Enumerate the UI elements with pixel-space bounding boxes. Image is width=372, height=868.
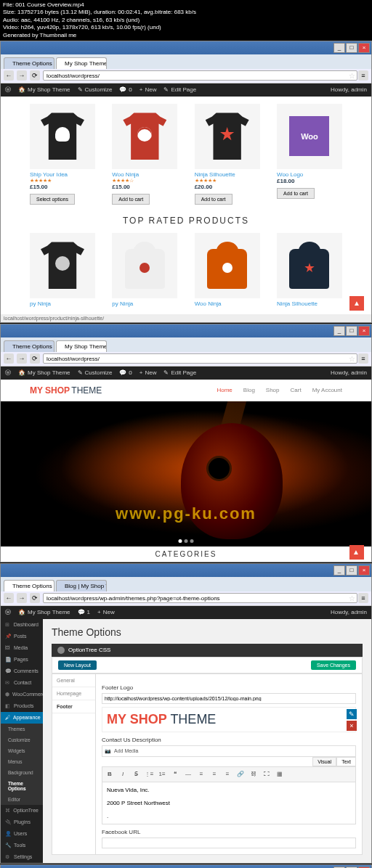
align-center-button[interactable]: ≡ — [209, 769, 219, 779]
wp-logo-icon[interactable]: ⓦ — [5, 369, 11, 377]
edit-page-link[interactable]: ✎ Edit Page — [163, 86, 196, 93]
product-image[interactable] — [195, 233, 260, 298]
product-name[interactable]: Ninja Silhouette — [277, 300, 342, 307]
new-layout-button[interactable]: New Layout — [58, 660, 97, 670]
align-right-button[interactable]: ≡ — [222, 769, 232, 779]
number-list-button[interactable]: 1≡ — [157, 769, 167, 779]
comments-link[interactable]: 💬 1 — [78, 609, 90, 615]
edit-page-link[interactable]: ✎ Edit Page — [163, 369, 196, 376]
facebook-url-input[interactable] — [102, 838, 356, 848]
menu-settings[interactable]: ⚙Settings — [1, 851, 43, 863]
url-input[interactable] — [43, 593, 357, 603]
comments-link[interactable]: 💬 0 — [119, 369, 132, 376]
product-name[interactable]: Woo Logo — [277, 171, 342, 178]
product-image[interactable] — [30, 233, 95, 298]
tab-footer[interactable]: Footer — [52, 700, 95, 713]
close-button[interactable]: × — [358, 565, 370, 576]
menu-widgets[interactable]: Widgets — [1, 745, 43, 756]
product-name[interactable]: Woo Ninja — [112, 171, 177, 178]
customize-link[interactable]: ✎ Customize — [78, 86, 113, 93]
kitchen-sink-button[interactable]: ▦ — [275, 769, 285, 779]
edit-logo-button[interactable]: ✎ — [347, 709, 357, 719]
close-button[interactable]: × — [358, 326, 370, 336]
user-greeting[interactable]: Howdy, admin — [331, 609, 367, 615]
link-button[interactable]: 🔗 — [235, 769, 246, 779]
wp-logo-icon[interactable]: ⓦ — [5, 608, 11, 616]
site-link[interactable]: 🏠 My Shop Theme — [18, 86, 70, 93]
menu-appearance[interactable]: 🖌Appearance — [1, 712, 43, 724]
menu-woocommerce[interactable]: ⬢WooCommerce — [1, 689, 43, 700]
product-name[interactable]: py Ninja — [112, 300, 177, 307]
tab-visual[interactable]: Visual — [312, 757, 336, 766]
delete-logo-button[interactable]: × — [347, 721, 357, 731]
menu-products[interactable]: ◧Products — [1, 700, 43, 712]
tab-theme-options[interactable]: Theme Options ‹ M... — [4, 57, 54, 69]
back-button[interactable]: ← — [4, 70, 14, 81]
logo-url-input[interactable] — [102, 693, 356, 704]
slider-dot[interactable] — [190, 539, 194, 543]
save-changes-button[interactable]: Save Changes — [311, 660, 356, 670]
product-name[interactable]: Woo Ninja — [195, 300, 260, 307]
menu-dashboard[interactable]: ⊞Dashboard — [1, 619, 43, 631]
nav-blog[interactable]: Blog — [243, 387, 255, 393]
unlink-button[interactable]: ⛓ — [248, 769, 259, 779]
scroll-top-button[interactable]: ▲ — [349, 545, 364, 560]
menu-contact[interactable]: ✉Contact — [1, 677, 43, 689]
menu-plugins[interactable]: 🔌Plugins — [1, 816, 43, 828]
menu-pages[interactable]: 📄Pages — [1, 654, 43, 666]
menu-editor[interactable]: Editor — [1, 794, 43, 805]
hr-button[interactable]: — — [183, 769, 193, 779]
back-button[interactable]: ← — [4, 593, 14, 603]
new-link[interactable]: + New — [140, 369, 157, 376]
product-name[interactable]: py Ninja — [30, 300, 95, 307]
maximize-button[interactable]: □ — [346, 43, 357, 53]
user-greeting[interactable]: Howdy, admin — [331, 86, 367, 93]
product-image[interactable] — [277, 233, 342, 298]
reload-button[interactable]: ⟳ — [30, 70, 40, 81]
product-name[interactable]: Ninja Silhouette — [195, 171, 260, 178]
slider-dot[interactable] — [185, 539, 188, 543]
url-input[interactable] — [43, 70, 357, 81]
back-button[interactable]: ← — [4, 353, 14, 364]
menu-comments[interactable]: 💬Comments1 — [1, 666, 43, 677]
bold-button[interactable]: B — [105, 769, 115, 779]
minimize-button[interactable]: _ — [333, 326, 345, 336]
nav-account[interactable]: My Account — [312, 387, 342, 393]
quote-button[interactable]: ❝ — [170, 769, 180, 779]
nav-cart[interactable]: Cart — [291, 387, 302, 393]
add-to-cart-button[interactable]: Add to cart — [277, 188, 315, 199]
add-to-cart-button[interactable]: Add to cart — [195, 194, 232, 205]
url-input[interactable] — [43, 353, 357, 364]
menu-menus[interactable]: Menus — [1, 756, 43, 767]
minimize-button[interactable]: _ — [333, 43, 345, 53]
add-to-cart-button[interactable]: Add to cart — [112, 194, 150, 205]
reload-button[interactable]: ⟳ — [30, 593, 40, 603]
bookmark-icon[interactable]: ☆ — [349, 72, 355, 80]
menu-optiontree[interactable]: ⌘OptionTree — [1, 805, 43, 816]
nav-home[interactable]: Home — [217, 387, 232, 393]
product-image[interactable] — [30, 104, 95, 169]
product-name[interactable]: Ship Your Idea — [30, 171, 95, 178]
bookmark-icon[interactable]: ☆ — [349, 355, 355, 363]
forward-button[interactable]: → — [17, 593, 27, 603]
user-greeting[interactable]: Howdy, admin — [331, 369, 367, 376]
menu-tools[interactable]: 🔧Tools — [1, 840, 43, 851]
minimize-button[interactable]: _ — [333, 565, 345, 576]
menu-background[interactable]: Background — [1, 767, 43, 778]
bookmark-icon[interactable]: ☆ — [349, 594, 355, 602]
tab-theme-options[interactable]: Theme Options ‹ M... — [4, 340, 54, 352]
forward-button[interactable]: → — [17, 70, 27, 81]
menu-customize[interactable]: Customize — [1, 734, 43, 745]
comments-link[interactable]: 💬 0 — [119, 86, 132, 93]
slider-dot[interactable] — [179, 539, 182, 543]
tab-homepage[interactable]: Homepage — [52, 687, 95, 700]
menu-theme-options[interactable]: Theme Options — [1, 778, 43, 794]
tab-shop-theme[interactable]: My Shop Theme | Ju... — [56, 340, 107, 352]
hero-slider[interactable] — [1, 401, 371, 546]
maximize-button[interactable]: □ — [346, 565, 357, 576]
select-options-button[interactable]: Select options — [30, 194, 75, 205]
menu-posts[interactable]: 📌Posts — [1, 631, 43, 642]
strike-button[interactable]: S̶ — [131, 769, 141, 779]
forward-button[interactable]: → — [17, 353, 27, 364]
close-button[interactable]: × — [358, 43, 370, 53]
